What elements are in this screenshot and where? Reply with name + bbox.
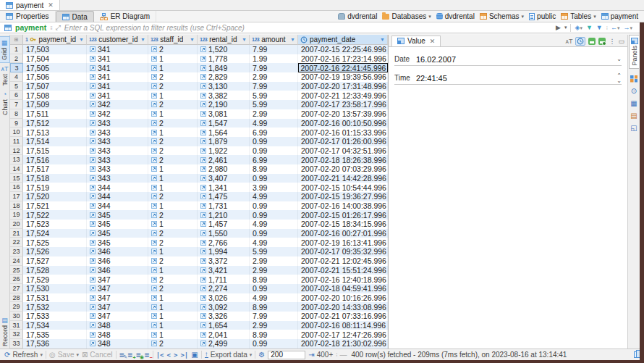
row-number[interactable]: 9 — [10, 119, 23, 128]
cell-amount[interactable]: 4.99 — [250, 192, 298, 201]
cell-customer_id[interactable]: 341 — [87, 45, 148, 54]
references-icon[interactable]: ◱ — [630, 125, 637, 132]
cell-rental_id[interactable]: 3,026 — [198, 293, 250, 303]
cell-staff_id[interactable]: 1 — [148, 174, 198, 183]
cell-payment_id[interactable]: 17,508 — [23, 91, 87, 100]
apply-value-update-icon[interactable] — [598, 38, 606, 45]
cell-rental_id[interactable]: 1,994 — [198, 247, 250, 256]
cell-payment_date[interactable]: 2007-02-17 12:47:26.996 — [298, 330, 388, 339]
cell-payment_id[interactable]: 17,503 — [23, 45, 87, 54]
cell-rental_id[interactable]: 3,421 — [198, 266, 250, 275]
cell-rental_id[interactable]: 3,092 — [198, 302, 250, 312]
cell-staff_id[interactable]: 2 — [148, 284, 198, 293]
cell-amount[interactable]: 7.99 — [250, 312, 298, 321]
calculator-icon[interactable]: ▦ — [630, 100, 637, 107]
cell-amount[interactable]: 5.99 — [250, 247, 298, 256]
cell-payment_id[interactable]: 17,530 — [23, 284, 87, 293]
row-number[interactable]: 5 — [10, 82, 23, 91]
column-header-payment_date[interactable]: payment_date▼ — [298, 35, 388, 45]
cell-payment_id[interactable]: 17,520 — [23, 192, 87, 201]
cell-customer_id[interactable]: 343 — [87, 174, 148, 183]
cell-rental_id[interactable]: 2,980 — [198, 164, 250, 174]
cell-amount[interactable]: 8.99 — [250, 302, 298, 312]
cell-staff_id[interactable]: 2 — [148, 155, 198, 164]
cell-amount[interactable]: 1.99 — [250, 54, 298, 64]
cell-amount[interactable]: 0.99 — [250, 229, 298, 238]
cancel-button[interactable]: ⊠ Cancel — [82, 351, 113, 359]
cell-payment_date[interactable]: 2007-02-20 17:31:48.996 — [298, 82, 388, 91]
row-number[interactable]: 10 — [10, 128, 23, 137]
cell-staff_id[interactable]: 1 — [148, 63, 198, 72]
cell-rental_id[interactable]: 1,731 — [198, 201, 250, 211]
apply-value-icon[interactable] — [588, 38, 596, 45]
grid-corner-button[interactable]: ⊞ — [10, 35, 23, 45]
erase-filter-icon[interactable]: ◈▾ — [575, 24, 582, 31]
cell-payment_id[interactable]: 17,519 — [23, 183, 87, 192]
cell-payment_date[interactable]: 2007-02-16 00:27:01.996 — [298, 229, 388, 238]
cell-payment_id[interactable]: 17,504 — [23, 54, 87, 64]
cell-rental_id[interactable]: 1,457 — [198, 220, 250, 229]
cell-customer_id[interactable]: 347 — [87, 312, 148, 321]
metadata-icon[interactable]: ▤ — [630, 112, 637, 120]
save-filter-icon[interactable]: ▼ — [586, 24, 593, 31]
cell-customer_id[interactable]: 348 — [87, 330, 148, 339]
copy-status-icon[interactable] — [634, 351, 640, 358]
cell-payment_date[interactable]: 2007-02-18 18:26:38.996 — [298, 155, 388, 164]
time-value-input[interactable]: 22:41:45 — [416, 74, 447, 83]
chevron-down-icon[interactable]: ▾ — [522, 14, 525, 20]
cell-amount[interactable]: 7.99 — [250, 82, 298, 91]
datetime-format-toggle[interactable] — [575, 37, 585, 46]
row-number[interactable]: 8 — [10, 109, 23, 119]
date-dropdown-icon[interactable]: ⌄ — [617, 57, 622, 62]
cell-customer_id[interactable]: 343 — [87, 128, 148, 137]
cell-rental_id[interactable]: 1,550 — [198, 229, 250, 238]
tab-text[interactable]: ᴀTText — [0, 63, 10, 88]
forward-icon[interactable]: →▾ — [623, 24, 632, 31]
row-number[interactable]: 24 — [10, 256, 23, 266]
tab-panels[interactable]: Panels — [629, 35, 639, 69]
edit-row-button[interactable]: ≣✎ — [119, 351, 125, 359]
cell-amount[interactable]: 0.99 — [250, 284, 298, 293]
cell-payment_id[interactable]: 17,515 — [23, 146, 87, 156]
column-header-customer_id[interactable]: 123customer_id▼ — [87, 35, 148, 45]
cell-rental_id[interactable]: 1,654 — [198, 321, 250, 330]
save-button[interactable]: ◎ Save ▾ — [49, 351, 79, 359]
close-icon[interactable]: ✕ — [48, 1, 54, 9]
tab-properties[interactable]: Properties — [0, 11, 56, 22]
cell-staff_id[interactable]: 2 — [148, 82, 198, 91]
cell-amount[interactable]: 2.99 — [250, 321, 298, 330]
cell-payment_date[interactable]: 2007-02-16 22:41:45.996 — [298, 63, 388, 72]
cell-payment_date[interactable]: 2007-02-20 14:33:08.996 — [298, 302, 388, 312]
cell-amount[interactable]: 6.99 — [250, 128, 298, 137]
add-row-button[interactable]: ≣+ — [127, 351, 133, 359]
row-number[interactable]: 13 — [10, 155, 23, 164]
cell-payment_id[interactable]: 17,518 — [23, 174, 87, 183]
cell-customer_id[interactable]: 344 — [87, 183, 148, 192]
text-format-icon[interactable]: ᴀT — [566, 38, 573, 45]
panels-grid-icon[interactable] — [630, 75, 637, 83]
chevron-down-icon[interactable]: ▾ — [593, 14, 596, 20]
fetch-settings-icon[interactable]: ⚙ — [258, 351, 265, 359]
cell-payment_id[interactable]: 17,509 — [23, 100, 87, 109]
row-number[interactable]: 3 — [10, 63, 23, 72]
cell-payment_date[interactable]: 2007-02-21 07:33:16.996 — [298, 312, 388, 321]
row-number[interactable]: 20 — [10, 220, 23, 229]
cell-rental_id[interactable]: 2,766 — [198, 238, 250, 247]
cell-payment_id[interactable]: 17,513 — [23, 128, 87, 137]
cell-payment_id[interactable]: 17,531 — [23, 293, 87, 303]
column-header-amount[interactable]: 123amount▼ — [250, 35, 298, 45]
cell-payment_id[interactable]: 17,527 — [23, 256, 87, 266]
cell-rental_id[interactable]: 2,190 — [198, 100, 250, 109]
apply-filter-icon[interactable]: ▶ — [556, 24, 561, 31]
cell-payment_date[interactable]: 2007-02-18 21:30:02.996 — [298, 339, 388, 349]
cell-customer_id[interactable]: 348 — [87, 321, 148, 330]
cell-customer_id[interactable]: 343 — [87, 164, 148, 174]
cell-customer_id[interactable]: 345 — [87, 229, 148, 238]
row-number[interactable]: 6 — [10, 91, 23, 100]
cell-payment_id[interactable]: 17,505 — [23, 63, 87, 72]
cell-amount[interactable]: 0.99 — [250, 174, 298, 183]
cell-rental_id[interactable]: 1,564 — [198, 128, 250, 137]
cell-payment_id[interactable]: 17,525 — [23, 238, 87, 247]
row-number[interactable]: 26 — [10, 275, 23, 284]
cell-payment_id[interactable]: 17,534 — [23, 321, 87, 330]
